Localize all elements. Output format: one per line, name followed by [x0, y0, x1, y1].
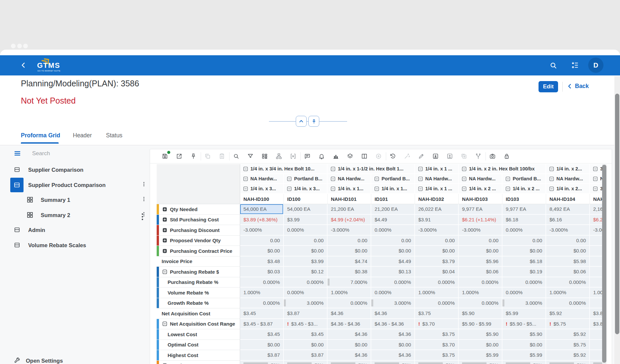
- grid-cell[interactable]: $3.99: [284, 256, 328, 267]
- grid-cell[interactable]: $0.06: [546, 267, 590, 277]
- row-label[interactable]: Vendor Sco...: [157, 361, 240, 364]
- grid-cell[interactable]: $0.00: [502, 340, 546, 350]
- expand-icon[interactable]: [162, 228, 167, 233]
- grid-cell[interactable]: $0.00: [240, 246, 284, 256]
- grid-cell[interactable]: $3.75: [415, 329, 459, 340]
- toolbar-history-button[interactable]: [389, 153, 396, 159]
- toolbar-add-circle-button[interactable]: [375, 153, 382, 159]
- grid-cell[interactable]: !$3.70: [415, 319, 459, 330]
- column-group-header[interactable]: 3...: [590, 164, 602, 174]
- grid-cell[interactable]: $3.48: [240, 256, 284, 267]
- grid-cell[interactable]: $4.74: [328, 256, 371, 267]
- grid-cell[interactable]: 0.000%: [415, 277, 459, 288]
- grid-cell[interactable]: -3.000%: [459, 225, 502, 236]
- grid-cell[interactable]: $3.45: [240, 308, 284, 319]
- product-header[interactable]: 1/4 in. x 3...: [240, 184, 284, 194]
- collapse-icon[interactable]: [593, 166, 598, 171]
- grid-cell[interactable]: $4.36: [371, 350, 415, 361]
- grid-cell[interactable]: 54,000 EA: [284, 204, 328, 215]
- column-group-header[interactable]: 1/4 in. x 1 ...: [415, 164, 459, 174]
- vendor-score-cell[interactable]: 78%: [240, 361, 284, 364]
- expand-icon[interactable]: [162, 249, 167, 253]
- collapse-icon[interactable]: [418, 176, 423, 181]
- product-header[interactable]: 1/4 in. x 1...: [371, 184, 415, 194]
- toolbar-branch-button[interactable]: [475, 153, 482, 159]
- grid-cell[interactable]: $0.00: [459, 340, 502, 350]
- grid-cell[interactable]: [590, 350, 602, 361]
- supplier-header[interactable]: NA Hardw...: [546, 174, 590, 184]
- grid-cell[interactable]: $4.36 - $4.36: [371, 319, 415, 330]
- collapse-icon[interactable]: [593, 176, 598, 181]
- supplier-header[interactable]: N...: [590, 174, 602, 184]
- collapse-icon[interactable]: [243, 176, 248, 181]
- collapse-icon[interactable]: [505, 186, 510, 191]
- collapse-icon[interactable]: [162, 269, 167, 274]
- expand-icon[interactable]: [162, 217, 167, 222]
- grid-cell[interactable]: $0.00: [328, 246, 371, 256]
- product-header[interactable]: 3...: [590, 184, 602, 194]
- grid-cell[interactable]: 3.000%: [371, 298, 415, 309]
- collapse-icon[interactable]: [162, 321, 167, 326]
- toolbar-comment-button[interactable]: [304, 153, 311, 159]
- grid-cell[interactable]: $0.19: [502, 267, 546, 277]
- grid-cell[interactable]: [590, 329, 602, 340]
- toolbar-lock-button[interactable]: [503, 153, 510, 159]
- column-group-header[interactable]: 1/4 in. x 3/4 in. Hex Bolt 10...: [240, 164, 328, 174]
- row-label[interactable]: Purchasing Contract Price: [157, 246, 240, 256]
- grid-cell[interactable]: $6.18: [502, 256, 546, 267]
- grid-cell[interactable]: 1.000%: [240, 288, 284, 298]
- grid-cell[interactable]: [590, 267, 602, 277]
- collapse-icon[interactable]: [549, 176, 554, 181]
- toolbar-copy-button[interactable]: [204, 153, 211, 159]
- grid-cell[interactable]: $5.90: [459, 329, 502, 340]
- collapse-icon[interactable]: [418, 186, 423, 191]
- grid-cell[interactable]: [590, 277, 602, 288]
- vendor-score-cell[interactable]: 78%: [590, 361, 602, 364]
- collapse-icon[interactable]: [549, 186, 554, 191]
- grid-cell[interactable]: $3.45: [240, 329, 284, 340]
- grid-cell[interactable]: 0.000%: [328, 298, 371, 309]
- toolbar-download-button[interactable]: [432, 153, 439, 159]
- toolbar-columns-button[interactable]: [361, 153, 368, 159]
- grid-cell[interactable]: 0.000%: [284, 225, 328, 236]
- column-group-header[interactable]: 1/4 in. x 2...: [546, 164, 590, 174]
- grid-cell[interactable]: $0.00: [284, 340, 328, 350]
- grid-cell[interactable]: 1.000%: [415, 288, 459, 298]
- grid-cell[interactable]: $3.87: [284, 308, 328, 319]
- vendor-score-cell[interactable]: 78%: [371, 361, 415, 364]
- row-label[interactable]: Optimal Cost: [157, 340, 240, 350]
- grid-cell[interactable]: $0.00: [502, 246, 546, 256]
- product-header[interactable]: 1/4 in. x 1...: [328, 184, 371, 194]
- grid-cell[interactable]: 0.000%: [240, 298, 284, 309]
- grid-cell[interactable]: $4.99 (+2.04%): [328, 215, 371, 225]
- grid-cell[interactable]: $4.36: [371, 329, 415, 340]
- grid-cell[interactable]: $5.90 - $5.99: [459, 319, 502, 330]
- column-id-header[interactable]: NAH: [590, 194, 602, 204]
- edit-button[interactable]: Edit: [539, 81, 558, 92]
- collapse-all-icon[interactable]: [571, 61, 579, 69]
- grid-cell[interactable]: $3.45: [284, 329, 328, 340]
- toolbar-duplicate-button[interactable]: [461, 153, 467, 159]
- grid-cell[interactable]: 21,200 EA: [371, 204, 415, 215]
- grid-cell[interactable]: !$3.45 - $3...: [284, 319, 328, 330]
- row-label[interactable]: Purchasing Rebate %: [157, 277, 240, 288]
- supplier-header[interactable]: NA Hardw...: [415, 174, 459, 184]
- grid-cell[interactable]: $0.00: [240, 340, 284, 350]
- column-id-header[interactable]: NAH-ID100: [240, 194, 284, 204]
- user-avatar[interactable]: D: [588, 58, 603, 73]
- grid-cell[interactable]: 0.000%: [371, 288, 415, 298]
- grid-cell[interactable]: $4.49: [371, 215, 415, 225]
- grid-cell[interactable]: -3.000%: [415, 225, 459, 236]
- column-id-header[interactable]: ID101: [371, 194, 415, 204]
- row-label[interactable]: Std Purchasing Cost: [157, 215, 240, 225]
- row-label[interactable]: Highest Cost: [157, 350, 240, 361]
- grid-cell[interactable]: !$5.90 - $5...: [502, 319, 546, 330]
- vendor-score-cell[interactable]: 78%: [546, 361, 590, 364]
- grid-cell[interactable]: $5.99: [459, 350, 502, 361]
- grid-cell[interactable]: 0.00: [546, 236, 590, 246]
- pin-panel-button[interactable]: [308, 116, 319, 127]
- toolbar-paste-button[interactable]: [219, 153, 225, 159]
- item-menu-icon[interactable]: [141, 196, 147, 204]
- grid-cell[interactable]: $0.00: [284, 246, 328, 256]
- vendor-score-cell[interactable]: 78%: [328, 361, 371, 364]
